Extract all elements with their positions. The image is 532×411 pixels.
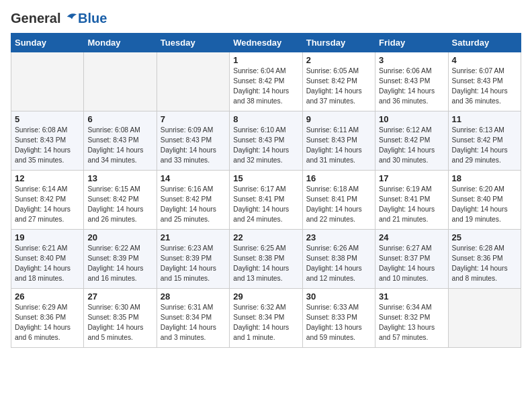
day-header-sunday: Sunday [11,34,84,52]
day-number: 13 [87,173,152,183]
day-number: 18 [452,173,517,183]
week-row-4: 19Sunrise: 6:21 AM Sunset: 8:40 PM Dayli… [11,230,521,289]
calendar-cell: 7Sunrise: 6:09 AM Sunset: 8:43 PM Daylig… [157,111,229,171]
logo-general-text: General [11,11,60,26]
day-info: Sunrise: 6:31 AM Sunset: 8:34 PM Dayligh… [161,303,226,343]
day-info: Sunrise: 6:25 AM Sunset: 8:38 PM Dayligh… [233,244,298,284]
logo-blue-text: Blue [78,11,107,26]
day-header-tuesday: Tuesday [157,34,229,52]
day-info: Sunrise: 6:10 AM Sunset: 8:43 PM Dayligh… [233,126,298,166]
calendar-cell: 20Sunrise: 6:22 AM Sunset: 8:39 PM Dayli… [84,230,157,289]
day-number: 4 [452,55,517,65]
week-row-2: 5Sunrise: 6:08 AM Sunset: 8:43 PM Daylig… [11,111,521,171]
calendar-cell: 26Sunrise: 6:29 AM Sunset: 8:36 PM Dayli… [11,289,84,348]
calendar-cell: 15Sunrise: 6:17 AM Sunset: 8:41 PM Dayli… [230,171,302,230]
day-info: Sunrise: 6:19 AM Sunset: 8:41 PM Dayligh… [379,185,444,225]
logo: General Blue [11,11,107,26]
day-number: 11 [452,114,517,124]
day-number: 16 [306,173,371,183]
day-number: 23 [306,232,371,242]
day-info: Sunrise: 6:33 AM Sunset: 8:33 PM Dayligh… [306,303,371,343]
day-info: Sunrise: 6:07 AM Sunset: 8:43 PM Dayligh… [452,66,517,107]
day-info: Sunrise: 6:15 AM Sunset: 8:42 PM Dayligh… [87,185,152,225]
week-row-1: 1Sunrise: 6:04 AM Sunset: 8:42 PM Daylig… [11,52,521,111]
day-number: 12 [15,173,80,183]
day-number: 30 [306,291,371,302]
calendar-cell: 28Sunrise: 6:31 AM Sunset: 8:34 PM Dayli… [157,289,229,348]
day-info: Sunrise: 6:05 AM Sunset: 8:42 PM Dayligh… [306,66,371,107]
calendar-cell [448,289,521,348]
day-number: 19 [15,232,80,242]
day-header-saturday: Saturday [448,34,521,52]
calendar-cell: 12Sunrise: 6:14 AM Sunset: 8:42 PM Dayli… [11,171,84,230]
day-number: 17 [379,173,444,183]
day-number: 25 [452,232,517,242]
calendar-cell: 27Sunrise: 6:30 AM Sunset: 8:35 PM Dayli… [84,289,157,348]
day-info: Sunrise: 6:18 AM Sunset: 8:41 PM Dayligh… [306,185,371,225]
calendar-cell: 11Sunrise: 6:13 AM Sunset: 8:42 PM Dayli… [448,111,521,171]
calendar-cell: 21Sunrise: 6:23 AM Sunset: 8:39 PM Dayli… [157,230,229,289]
day-info: Sunrise: 6:12 AM Sunset: 8:42 PM Dayligh… [379,126,444,166]
day-info: Sunrise: 6:16 AM Sunset: 8:42 PM Dayligh… [161,185,226,225]
calendar-cell: 17Sunrise: 6:19 AM Sunset: 8:41 PM Dayli… [375,171,448,230]
calendar-cell: 9Sunrise: 6:11 AM Sunset: 8:43 PM Daylig… [302,111,375,171]
day-number: 10 [379,114,444,124]
day-info: Sunrise: 6:21 AM Sunset: 8:40 PM Dayligh… [15,244,80,284]
calendar-cell: 25Sunrise: 6:28 AM Sunset: 8:36 PM Dayli… [448,230,521,289]
day-number: 1 [233,55,298,65]
days-header-row: SundayMondayTuesdayWednesdayThursdayFrid… [11,34,521,52]
calendar-cell: 1Sunrise: 6:04 AM Sunset: 8:42 PM Daylig… [230,52,302,111]
day-number: 20 [87,232,152,242]
calendar-cell [157,52,229,111]
day-header-monday: Monday [84,34,157,52]
day-number: 8 [233,114,298,124]
day-header-friday: Friday [375,34,448,52]
page-header: General Blue [11,11,521,26]
calendar-cell: 22Sunrise: 6:25 AM Sunset: 8:38 PM Dayli… [230,230,302,289]
day-number: 7 [161,114,226,124]
day-number: 15 [233,173,298,183]
day-info: Sunrise: 6:26 AM Sunset: 8:38 PM Dayligh… [306,244,371,284]
calendar-cell: 8Sunrise: 6:10 AM Sunset: 8:43 PM Daylig… [230,111,302,171]
day-header-thursday: Thursday [302,34,375,52]
calendar-cell: 6Sunrise: 6:08 AM Sunset: 8:43 PM Daylig… [84,111,157,171]
logo-bird-icon [66,11,78,23]
day-number: 21 [161,232,226,242]
day-number: 29 [233,291,298,302]
calendar-table: SundayMondayTuesdayWednesdayThursdayFrid… [11,33,521,348]
day-info: Sunrise: 6:04 AM Sunset: 8:42 PM Dayligh… [233,66,298,107]
calendar-cell: 18Sunrise: 6:20 AM Sunset: 8:40 PM Dayli… [448,171,521,230]
calendar-cell: 3Sunrise: 6:06 AM Sunset: 8:43 PM Daylig… [375,52,448,111]
calendar-cell [84,52,157,111]
calendar-cell: 24Sunrise: 6:27 AM Sunset: 8:37 PM Dayli… [375,230,448,289]
day-number: 31 [379,291,444,302]
calendar-cell: 4Sunrise: 6:07 AM Sunset: 8:43 PM Daylig… [448,52,521,111]
day-number: 2 [306,55,371,65]
day-number: 22 [233,232,298,242]
day-info: Sunrise: 6:28 AM Sunset: 8:36 PM Dayligh… [452,244,517,284]
calendar-cell: 30Sunrise: 6:33 AM Sunset: 8:33 PM Dayli… [302,289,375,348]
day-info: Sunrise: 6:09 AM Sunset: 8:43 PM Dayligh… [161,126,226,166]
day-info: Sunrise: 6:30 AM Sunset: 8:35 PM Dayligh… [87,303,152,343]
day-number: 5 [15,114,80,124]
week-row-3: 12Sunrise: 6:14 AM Sunset: 8:42 PM Dayli… [11,171,521,230]
day-info: Sunrise: 6:22 AM Sunset: 8:39 PM Dayligh… [87,244,152,284]
day-info: Sunrise: 6:34 AM Sunset: 8:32 PM Dayligh… [379,303,444,343]
day-header-wednesday: Wednesday [230,34,302,52]
calendar-cell: 23Sunrise: 6:26 AM Sunset: 8:38 PM Dayli… [302,230,375,289]
calendar-cell: 10Sunrise: 6:12 AM Sunset: 8:42 PM Dayli… [375,111,448,171]
day-number: 3 [379,55,444,65]
day-info: Sunrise: 6:14 AM Sunset: 8:42 PM Dayligh… [15,185,80,225]
calendar-cell: 29Sunrise: 6:32 AM Sunset: 8:34 PM Dayli… [230,289,302,348]
calendar-cell: 19Sunrise: 6:21 AM Sunset: 8:40 PM Dayli… [11,230,84,289]
calendar-cell: 16Sunrise: 6:18 AM Sunset: 8:41 PM Dayli… [302,171,375,230]
calendar-cell: 2Sunrise: 6:05 AM Sunset: 8:42 PM Daylig… [302,52,375,111]
day-info: Sunrise: 6:23 AM Sunset: 8:39 PM Dayligh… [161,244,226,284]
day-info: Sunrise: 6:29 AM Sunset: 8:36 PM Dayligh… [15,303,80,343]
calendar-cell: 14Sunrise: 6:16 AM Sunset: 8:42 PM Dayli… [157,171,229,230]
calendar-cell: 31Sunrise: 6:34 AM Sunset: 8:32 PM Dayli… [375,289,448,348]
day-number: 28 [161,291,226,302]
day-info: Sunrise: 6:27 AM Sunset: 8:37 PM Dayligh… [379,244,444,284]
calendar-cell [11,52,84,111]
calendar-cell: 13Sunrise: 6:15 AM Sunset: 8:42 PM Dayli… [84,171,157,230]
